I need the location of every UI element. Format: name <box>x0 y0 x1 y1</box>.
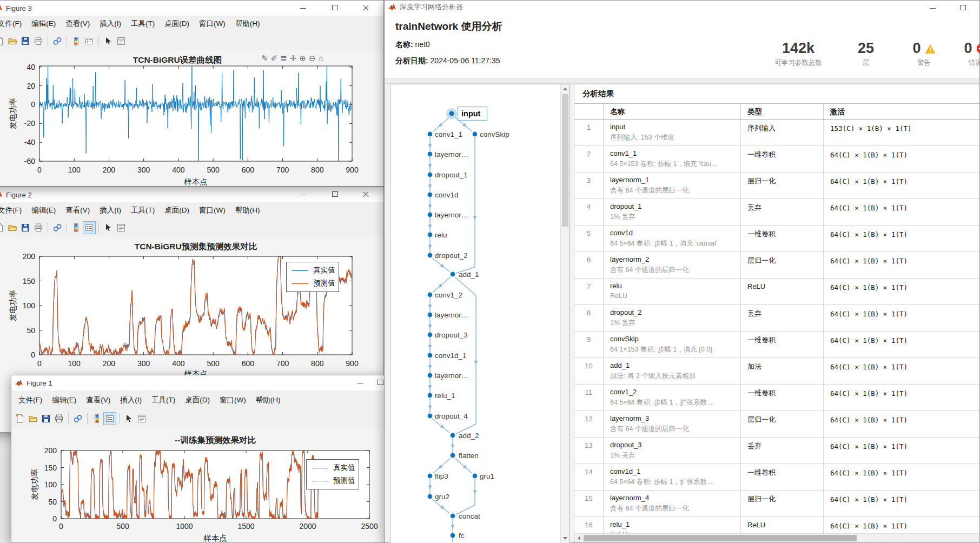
menu-item-2[interactable]: 查看(V) <box>61 19 95 29</box>
menu-item-5[interactable]: 桌面(D) <box>180 395 215 405</box>
new-figure-icon[interactable] <box>0 35 6 48</box>
insert-legend-icon[interactable] <box>103 412 116 425</box>
analyzer-titlebar[interactable]: 深度学习网络分析器 <box>385 1 979 14</box>
figure2-legend[interactable]: 真实值预测值 <box>286 262 339 292</box>
new-figure-icon[interactable] <box>0 221 6 234</box>
scroll-left-icon[interactable] <box>574 534 584 542</box>
minimize-button[interactable] <box>923 1 943 12</box>
table-row[interactable]: 11conv1_264 5×64 卷积: 步幅 1，扩张系数 ...一维卷积64… <box>574 385 979 411</box>
diagram-node-dropout_4[interactable] <box>428 414 433 419</box>
diagram-node-flatten[interactable] <box>451 453 455 458</box>
minimize-button[interactable] <box>294 187 313 201</box>
maximize-button[interactable] <box>325 1 345 15</box>
print-figure-icon[interactable] <box>32 35 45 48</box>
menu-item-6[interactable]: 窗口(W) <box>194 206 230 215</box>
link-plot-icon[interactable] <box>71 412 84 425</box>
property-inspector-icon[interactable] <box>135 412 148 425</box>
brush-icon[interactable]: ✐ <box>271 54 278 63</box>
figure1-titlebar[interactable]: Figure 1 <box>11 375 400 390</box>
diagram-node-dropout_1[interactable] <box>428 173 433 177</box>
new-figure-icon[interactable] <box>14 412 27 425</box>
menu-item-5[interactable]: 桌面(D) <box>160 206 194 215</box>
edit-plot-icon[interactable] <box>102 35 115 48</box>
menu-item-7[interactable]: 帮助(H) <box>230 19 265 29</box>
table-row[interactable]: 9convSkip64 1×153 卷积: 步幅 1，填充 [0 0]一维卷积6… <box>574 332 979 358</box>
insert-colorbar-icon[interactable] <box>90 412 103 425</box>
diagram-node-add_1[interactable] <box>451 272 455 277</box>
insert-legend-icon[interactable] <box>83 35 96 48</box>
menu-item-1[interactable]: 编辑(E) <box>27 206 61 215</box>
link-plot-icon[interactable] <box>51 35 64 48</box>
diagram-node-input[interactable] <box>449 111 454 116</box>
diagram-node-layernor…[interactable] <box>428 373 433 378</box>
print-figure-icon[interactable] <box>52 412 65 425</box>
maximize-button[interactable] <box>325 187 345 201</box>
maximize-button[interactable] <box>953 1 972 12</box>
figure1-legend[interactable]: 真实值预测值 <box>306 459 359 489</box>
diagram-vertical-scrollbar[interactable] <box>560 84 570 543</box>
menu-item-0[interactable]: 文件(F) <box>14 395 47 405</box>
export-icon[interactable]: ✎ <box>261 54 268 63</box>
menu-item-0[interactable]: 文件(F) <box>0 19 27 29</box>
table-row[interactable]: 12layernorm_3含有 64 个通道的层归一化层归一化64(C) × 1… <box>574 411 979 438</box>
scrollbar-thumb[interactable] <box>562 94 568 227</box>
edit-plot-icon[interactable] <box>122 412 135 425</box>
diagram-node-flip3[interactable] <box>428 474 433 479</box>
table-row[interactable]: 8dropout_21% 丢弃丢弃64(C) × 1(B) × 1(T) <box>574 305 979 332</box>
diagram-node-fc[interactable] <box>451 533 455 538</box>
diagram-node-add_2[interactable] <box>451 433 455 438</box>
results-horizontal-scrollbar[interactable] <box>574 533 979 542</box>
zoom-out-icon[interactable]: ⊖ <box>309 54 316 63</box>
menu-item-7[interactable]: 帮助(H) <box>230 206 265 215</box>
scroll-down-icon[interactable] <box>561 534 570 543</box>
open-file-icon[interactable] <box>6 35 19 48</box>
table-row[interactable]: 14conv1d_164 5×64 卷积: 步幅 1，扩张系数 ...一维卷积6… <box>574 464 979 491</box>
close-icon[interactable] <box>356 187 376 201</box>
datatips-icon[interactable]: ≣ <box>280 54 287 63</box>
diagram-node-layernor…[interactable] <box>428 313 433 317</box>
menu-item-0[interactable]: 文件(F) <box>0 206 27 215</box>
diagram-node-relu[interactable] <box>428 233 433 237</box>
diagram-node-layernor…[interactable] <box>428 152 433 157</box>
edit-plot-icon[interactable] <box>102 221 115 234</box>
figure3-titlebar[interactable]: Figure 3 <box>0 1 383 16</box>
diagram-node-conv1d[interactable] <box>428 193 433 197</box>
table-row[interactable]: 15layernorm_4含有 64 个通道的层归一化层归一化64(C) × 1… <box>574 491 979 517</box>
figure2-titlebar[interactable]: Figure 2 <box>0 187 383 202</box>
menu-item-4[interactable]: 工具(T) <box>126 19 160 29</box>
zoom-in-icon[interactable]: ⊕ <box>299 54 306 63</box>
diagram-node-gru2[interactable] <box>428 494 433 499</box>
menu-item-3[interactable]: 插入(I) <box>115 395 147 405</box>
scrollbar-thumb[interactable] <box>584 535 857 541</box>
pan-icon[interactable]: ✛ <box>290 54 297 63</box>
diagram-node-conv1_1[interactable] <box>428 132 433 137</box>
save-figure-icon[interactable] <box>39 412 52 425</box>
menu-item-6[interactable]: 窗口(W) <box>215 395 251 405</box>
link-plot-icon[interactable] <box>51 221 64 234</box>
table-row[interactable]: 6layernorm_2含有 64 个通道的层归一化层归一化64(C) × 1(… <box>574 252 979 279</box>
diagram-node-conv1d_1[interactable] <box>428 353 433 358</box>
menu-item-4[interactable]: 工具(T) <box>126 206 160 215</box>
diagram-node-convSkip[interactable] <box>473 132 478 137</box>
menu-item-3[interactable]: 插入(I) <box>95 206 126 215</box>
close-icon[interactable] <box>356 1 376 15</box>
table-row[interactable]: 4dropout_11% 丢弃丢弃64(C) × 1(B) × 1(T) <box>574 199 979 226</box>
menu-item-2[interactable]: 查看(V) <box>61 206 95 215</box>
diagram-node-gru1[interactable] <box>473 474 478 479</box>
diagram-node-layernor…[interactable] <box>428 213 433 217</box>
insert-colorbar-icon[interactable] <box>70 221 83 234</box>
diagram-node-conv1_2[interactable] <box>428 293 433 297</box>
diagram-node-relu_1[interactable] <box>428 393 433 398</box>
table-row[interactable]: 5conv1d64 5×64 卷积: 步幅 1，填充 'causal'一维卷积6… <box>574 226 979 252</box>
insert-legend-icon[interactable] <box>83 221 96 234</box>
menu-item-1[interactable]: 编辑(E) <box>27 19 61 29</box>
save-figure-icon[interactable] <box>19 221 32 234</box>
diagram-node-dropout_3[interactable] <box>428 333 433 337</box>
menu-item-1[interactable]: 编辑(E) <box>47 395 81 405</box>
restore-view-icon[interactable]: ⌂ <box>318 54 323 63</box>
table-row[interactable]: 10add_1加法: 将 2 个输入按元素相加加法64(C) × 1(B) × … <box>574 358 979 385</box>
open-file-icon[interactable] <box>6 221 19 234</box>
property-inspector-icon[interactable] <box>115 221 128 234</box>
diagram-node-concat[interactable] <box>451 514 455 519</box>
table-row[interactable]: 3layernorm_1含有 64 个通道的层归一化层归一化64(C) × 1(… <box>574 173 979 199</box>
